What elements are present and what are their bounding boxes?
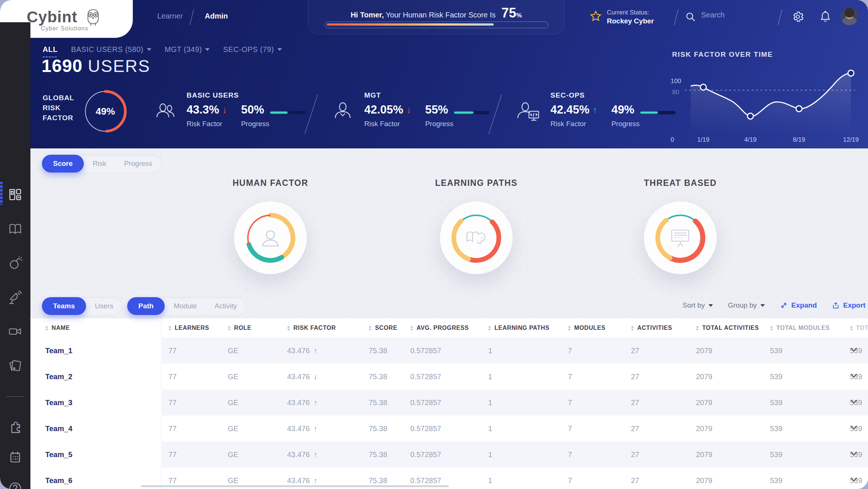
svg-text:4/19: 4/19: [744, 136, 756, 143]
row-expand-chevron-icon[interactable]: [850, 347, 858, 352]
cell-score: 75.38: [361, 347, 403, 355]
tab-sec-ops[interactable]: SEC-OPS (79): [223, 45, 282, 54]
column-header-learners[interactable]: LEARNERS: [161, 325, 220, 331]
greeting-text: Hi Tomer, Your Human Risk Factor Score I…: [308, 5, 564, 21]
cell-avg-progress: 0.572857: [403, 450, 481, 459]
cell-avg-progress: 0.572857: [403, 424, 481, 433]
tab-all[interactable]: ALL: [43, 45, 57, 54]
nav-learner[interactable]: Learner: [157, 12, 183, 20]
expand-button[interactable]: Expand: [780, 301, 817, 309]
team-name[interactable]: Team_5: [30, 450, 161, 459]
table-row[interactable]: Team_3 77 GE 43.476↑ 75.38 0.572857 1 7 …: [30, 390, 868, 416]
toggle-path[interactable]: Path: [127, 297, 165, 315]
progress-stat: 50% Progress: [241, 103, 305, 128]
bell-icon[interactable]: [819, 10, 832, 23]
cell-learning-paths: 1: [481, 424, 560, 433]
cell-role: GE: [220, 373, 280, 381]
toggle-progress[interactable]: Progress: [115, 160, 161, 168]
row-expand-chevron-icon[interactable]: [850, 425, 858, 430]
toggle-users[interactable]: Users: [86, 302, 122, 310]
table-row[interactable]: Team_2 77 GE 43.476↓ 75.38 0.572857 1 7 …: [30, 364, 868, 390]
trend-arrow: ↑: [313, 347, 317, 355]
gauge-learning-paths[interactable]: [440, 201, 513, 274]
users-icon: [154, 99, 177, 122]
row-expand-chevron-icon[interactable]: [850, 399, 858, 404]
nav-admin[interactable]: Admin: [205, 12, 228, 20]
column-header-role[interactable]: ROLE: [220, 325, 280, 331]
trend-arrow: ↑: [313, 450, 317, 459]
export-button[interactable]: Export: [832, 301, 865, 309]
toggle-score[interactable]: Score: [42, 155, 84, 173]
column-header-avg-progress[interactable]: AVG. PROGRESS: [403, 325, 481, 331]
cell-activities: 27: [624, 398, 688, 407]
team-name[interactable]: Team_6: [30, 476, 161, 485]
cell-learning-paths: 1: [481, 347, 560, 355]
chevron-down-icon: [760, 304, 765, 307]
sort-icon: [168, 326, 171, 331]
column-header-risk-factor[interactable]: RISK FACTOR: [280, 325, 361, 331]
sidebar-item-video-camera-icon[interactable]: [7, 324, 23, 339]
avatar[interactable]: [841, 7, 858, 25]
toggle-activity[interactable]: Activity: [206, 302, 246, 310]
cell-risk-factor: 43.476↑: [280, 347, 361, 355]
column-header-score[interactable]: SCORE: [361, 325, 403, 331]
status-label: Current Status:: [607, 9, 649, 16]
cell-total-modules: 539: [763, 424, 842, 433]
scope-toggle: Teams Users: [42, 297, 122, 315]
cell-modules: 7: [560, 424, 624, 433]
column-header-total-activities[interactable]: TOTAL ACTIVITIES: [688, 325, 763, 331]
book-head-icon: [463, 225, 489, 251]
users-total: 1690 USERS: [42, 56, 150, 76]
team-name[interactable]: Team_2: [30, 373, 161, 381]
row-expand-chevron-icon[interactable]: [850, 373, 858, 378]
column-header-total[interactable]: TOTAL: [842, 325, 868, 331]
search-input[interactable]: [700, 10, 769, 20]
cell-total-activities: 2079: [688, 450, 763, 459]
gauge-human-factor[interactable]: [234, 201, 307, 274]
column-header-total-modules[interactable]: TOTAL MODULES: [763, 325, 842, 331]
gear-icon[interactable]: [792, 10, 804, 23]
cell-score: 75.38: [361, 373, 403, 381]
teams-table: NAME LEARNERS ROLE RISK FACTOR SCORE AVG…: [30, 318, 868, 489]
team-name[interactable]: Team_1: [30, 347, 161, 355]
cell-score: 75.38: [361, 476, 403, 485]
stat-group-sec-ops: SEC-OPS 42.45%↑ Risk Factor 49% Progress: [516, 91, 675, 128]
table-row[interactable]: Team_5 77 GE 43.476↑ 75.38 0.572857 1 7 …: [30, 442, 868, 467]
sort-by-dropdown[interactable]: Sort by: [683, 301, 713, 309]
sidebar-item-clipboard-icon[interactable]: [7, 449, 23, 465]
tab-mgt[interactable]: MGT (349): [165, 45, 210, 54]
sort-icon: [770, 326, 773, 331]
row-expand-chevron-icon[interactable]: [850, 477, 858, 482]
column-header-activities[interactable]: ACTIVITIES: [624, 325, 688, 331]
group-by-dropdown[interactable]: Group by: [728, 301, 765, 309]
team-name[interactable]: Team_3: [30, 398, 161, 407]
person-code-icon: [516, 99, 541, 122]
column-header-name[interactable]: NAME: [30, 325, 161, 331]
gauge-threat-based[interactable]: [644, 201, 717, 274]
table-row[interactable]: Team_1 77 GE 43.476↑ 75.38 0.572857 1 7 …: [30, 338, 868, 364]
tab-basic-users[interactable]: BASIC USERS (580): [71, 45, 151, 54]
sort-icon: [410, 326, 413, 331]
sidebar-item-help-icon[interactable]: [7, 480, 23, 489]
brand-logo: Cybint: [27, 8, 78, 26]
toggle-module[interactable]: Module: [165, 302, 206, 310]
sidebar-item-puzzle-icon[interactable]: [7, 419, 23, 434]
cell-learners: 77: [161, 373, 220, 381]
table-row[interactable]: Team_4 77 GE 43.476↑ 75.38 0.572857 1 7 …: [30, 416, 868, 442]
horizontal-scrollbar[interactable]: [141, 485, 449, 487]
sidebar-item-satellite-icon[interactable]: [7, 289, 23, 305]
row-expand-chevron-icon[interactable]: [850, 451, 858, 456]
sidebar: [0, 22, 30, 489]
sort-icon: [228, 326, 231, 331]
column-header-learning-paths[interactable]: LEARNING PATHS: [481, 325, 560, 331]
risk-over-time-chart: 100 80 0 1/19 4/19 8/19 12/19: [668, 59, 861, 145]
sidebar-item-dashboard-icon[interactable]: [7, 187, 23, 203]
toggle-risk[interactable]: Risk: [84, 160, 115, 168]
sidebar-item-book-icon[interactable]: [7, 221, 23, 237]
team-name[interactable]: Team_4: [30, 424, 161, 433]
toggle-teams[interactable]: Teams: [42, 297, 86, 315]
sidebar-item-cards-icon[interactable]: [7, 358, 23, 373]
sidebar-item-bomb-icon[interactable]: [7, 255, 23, 271]
column-header-modules[interactable]: MODULES: [560, 325, 624, 331]
search-icon[interactable]: [685, 11, 697, 23]
